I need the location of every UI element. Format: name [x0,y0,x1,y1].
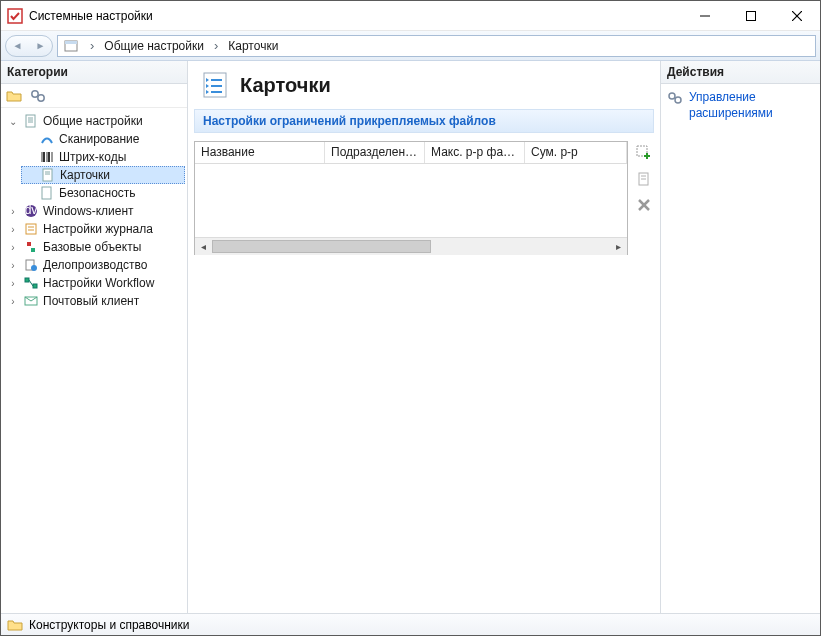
tree-node-workflow[interactable]: › Настройки Workflow [5,274,185,292]
tree-node-base-objects[interactable]: › Базовые объекты [5,238,185,256]
content-title: Карточки [240,74,331,97]
h-scrollbar[interactable]: ◂ ▸ [195,237,627,254]
svg-point-8 [38,94,44,100]
tree-node-cards[interactable]: Карточки [21,166,185,184]
svg-rect-27 [27,242,31,246]
action-manage-extensions[interactable]: Управление расширениями [667,88,814,123]
svg-rect-18 [43,169,52,181]
expand-icon[interactable]: › [7,260,19,271]
tree-label: Делопроизводство [43,258,147,272]
svg-line-33 [29,280,33,286]
scroll-left-icon[interactable]: ◂ [195,238,212,255]
expand-icon[interactable]: › [7,206,19,217]
tree-label: Настройки Workflow [43,276,154,290]
gears-icon[interactable] [29,87,47,105]
svg-rect-32 [33,284,37,288]
tree-node-security[interactable]: Безопасность [21,184,185,202]
breadcrumb-separator [208,38,224,53]
svg-rect-9 [26,115,35,127]
categories-toolbar [1,84,187,108]
folder-icon[interactable] [5,87,23,105]
security-icon [39,185,55,201]
action-link[interactable]: Управление расширениями [689,90,814,121]
col-maxsize[interactable]: Макс. р-р фай... [425,142,525,163]
gears-icon [667,90,683,106]
sidebar-categories: Категории ⌄ Общие настройки [1,61,188,613]
svg-rect-28 [31,248,35,252]
expand-icon[interactable]: › [7,278,19,289]
window-title: Системные настройки [29,9,682,23]
breadcrumb-item-1[interactable]: Карточки [224,39,282,53]
folder-icon [7,617,23,633]
tree-node-mail[interactable]: › Почтовый клиент [5,292,185,310]
breadcrumb-separator [84,38,100,53]
scroll-thumb[interactable] [212,240,431,253]
breadcrumb-bar[interactable]: Общие настройки Карточки [57,35,816,57]
tree-label: Безопасность [59,186,136,200]
svg-rect-21 [42,187,51,199]
dv-icon: dv [23,203,39,219]
scan-icon [39,131,55,147]
page-icon [23,113,39,129]
svg-rect-2 [747,11,756,20]
svg-point-47 [669,93,675,99]
scroll-right-icon[interactable]: ▸ [610,238,627,255]
scroll-track[interactable] [212,238,610,255]
actions-header: Действия [661,61,820,84]
journal-icon [23,221,39,237]
tree-node-scanning[interactable]: Сканирование [21,130,185,148]
tree-node-barcodes[interactable]: Штрих-коды [21,148,185,166]
tree-node-windows-client[interactable]: › dv Windows-клиент [5,202,185,220]
table-side-actions [634,141,654,255]
cards-icon [198,69,230,101]
edit-row-button[interactable] [634,169,654,189]
collapse-icon[interactable]: ⌄ [7,116,19,127]
actions-list: Управление расширениями [661,84,820,127]
content-header: Карточки [194,65,654,109]
tree-node-general[interactable]: ⌄ Общие настройки [5,112,185,130]
section-title: Настройки ограничений прикрепляемых файл… [194,109,654,133]
minimize-button[interactable] [682,1,728,31]
navbar: ◄ ► Общие настройки Карточки [1,31,820,61]
tree-node-docflow[interactable]: › Делопроизводство [5,256,185,274]
col-dept[interactable]: Подразделение [325,142,425,163]
delete-row-button[interactable] [634,195,654,215]
tree-label: Настройки журнала [43,222,153,236]
breadcrumb-root-icon [62,37,80,55]
tree-label: Общие настройки [43,114,143,128]
svg-rect-6 [65,41,77,44]
svg-rect-31 [25,278,29,282]
expand-icon[interactable]: › [7,242,19,253]
settings-window: Системные настройки ◄ ► Общие настройки … [0,0,821,636]
breadcrumb-item-0[interactable]: Общие настройки [100,39,208,53]
statusbar: Конструкторы и справочники [1,613,820,635]
barcode-icon [39,149,55,165]
categories-header: Категории [1,61,187,84]
add-row-button[interactable] [634,143,654,163]
tree-node-journal[interactable]: › Настройки журнала [5,220,185,238]
expand-icon[interactable]: › [7,296,19,307]
content-panel: Карточки Настройки ограничений прикрепля… [188,61,660,613]
expand-icon[interactable]: › [7,224,19,235]
app-icon [7,8,23,24]
tree-label: Windows-клиент [43,204,134,218]
tree-label: Сканирование [59,132,139,146]
svg-point-30 [31,265,37,271]
categories-tree[interactable]: ⌄ Общие настройки Сканирование [1,108,187,613]
attachments-table[interactable]: Название Подразделение Макс. р-р фай... … [194,141,628,255]
nav-backforward[interactable]: ◄ ► [5,35,53,57]
table-body[interactable] [195,164,627,237]
attachments-table-wrap: Название Подразделение Макс. р-р фай... … [194,141,654,255]
maximize-button[interactable] [728,1,774,31]
svg-point-7 [32,90,38,96]
table-header: Название Подразделение Макс. р-р фай... … [195,142,627,164]
col-name[interactable]: Название [195,142,325,163]
objects-icon [23,239,39,255]
close-button[interactable] [774,1,820,31]
sidebar-actions: Действия Управление расширениями [660,61,820,613]
svg-rect-39 [637,146,647,156]
docflow-icon [23,257,39,273]
col-sumsize[interactable]: Сум. р-р [525,142,627,163]
back-arrow-icon: ◄ [13,40,23,51]
body: Категории ⌄ Общие настройки [1,61,820,613]
